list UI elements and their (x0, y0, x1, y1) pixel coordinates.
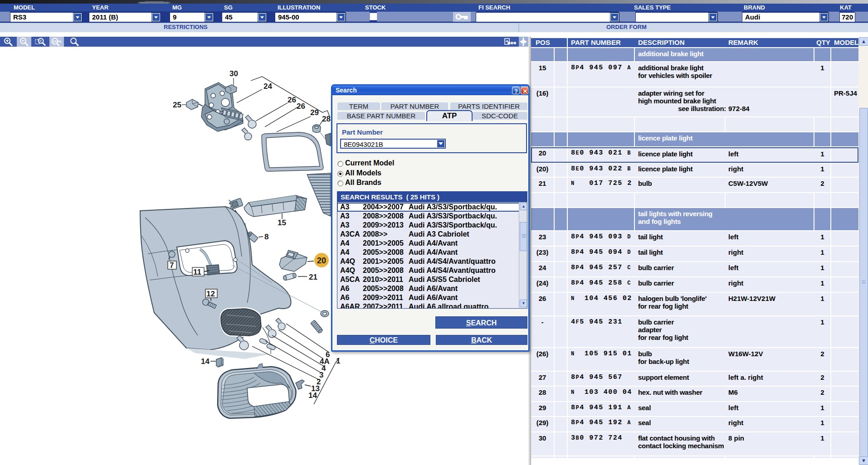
svg-text:21: 21 (309, 273, 317, 281)
svg-text:29: 29 (310, 108, 319, 117)
svg-text:26: 26 (297, 102, 305, 111)
svg-text:8: 8 (264, 232, 268, 241)
svg-text:28: 28 (322, 115, 331, 123)
svg-text:15: 15 (278, 218, 286, 227)
svg-text:20: 20 (317, 256, 326, 265)
svg-text:100%: 100% (53, 39, 62, 44)
svg-text:1: 1 (336, 357, 340, 365)
svg-text:7: 7 (170, 261, 174, 270)
svg-text:11: 11 (193, 268, 201, 276)
svg-text:24: 24 (263, 82, 272, 91)
svg-text:14: 14 (201, 357, 210, 366)
svg-text:25: 25 (173, 101, 181, 109)
svg-text:26: 26 (288, 96, 296, 104)
svg-text:14: 14 (308, 391, 317, 400)
svg-text:30: 30 (229, 69, 238, 78)
svg-text:12: 12 (206, 290, 215, 298)
